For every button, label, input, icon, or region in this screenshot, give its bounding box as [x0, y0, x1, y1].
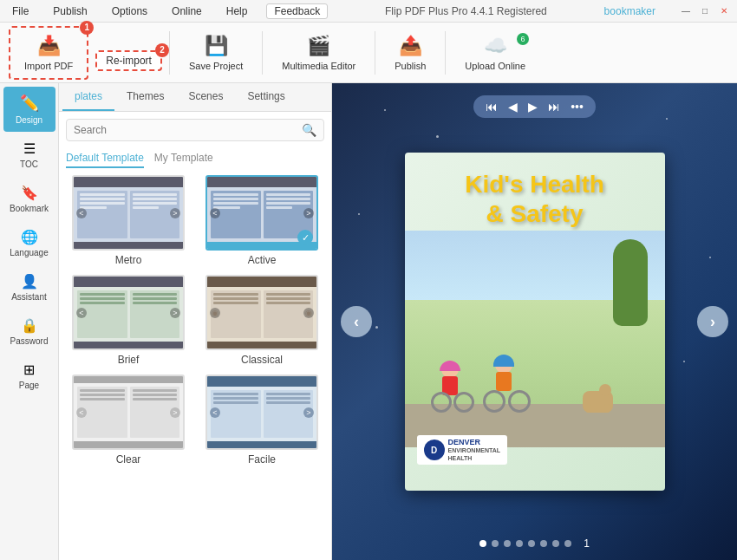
tab-plates[interactable]: plates	[62, 83, 114, 111]
panel-tabs: plates Themes Scenes Settings	[59, 83, 331, 112]
denver-icon: D	[424, 440, 445, 460]
page-icon: ⊞	[23, 361, 35, 378]
tab-settings[interactable]: Settings	[235, 83, 297, 111]
user-name: bookmaker	[604, 5, 655, 17]
import-badge: 1	[80, 21, 94, 35]
page-dot-4[interactable]	[516, 540, 523, 547]
multimedia-label: Multimedia Editor	[282, 61, 355, 71]
template-item-facile[interactable]: < > Facile	[199, 374, 324, 466]
design-icon: ✏️	[20, 94, 39, 113]
prev-page-button[interactable]: ◀	[508, 100, 518, 114]
denver-logo: D DENVER ENVIRONMENTAL HEALTH	[417, 435, 508, 465]
star-decoration	[358, 213, 360, 215]
multimedia-editor-button[interactable]: 🎬 Multimedia Editor	[270, 29, 368, 76]
template-name-facile: Facile	[248, 453, 276, 466]
first-page-button[interactable]: ⏮	[486, 100, 498, 114]
template-tab-default[interactable]: Default Template	[66, 152, 144, 168]
tab-themes[interactable]: Themes	[114, 83, 176, 111]
sidebar-item-bookmark[interactable]: 🔖 Bookmark	[3, 178, 55, 220]
toolbar-separator-4	[445, 31, 446, 75]
search-box: 🔍	[66, 119, 324, 141]
template-tab-my[interactable]: My Template	[154, 152, 213, 168]
star-decoration	[683, 361, 685, 362]
page-dot-6[interactable]	[540, 540, 547, 547]
toc-label: TOC	[20, 160, 38, 169]
publish-label: Publish	[395, 61, 426, 71]
sidebar-item-assistant[interactable]: 👤 Assistant	[3, 266, 55, 309]
template-item-active[interactable]: < > ✓ Active	[199, 175, 324, 266]
template-name-classical: Classical	[241, 354, 283, 366]
page-dot-5[interactable]	[528, 540, 535, 547]
star-decoration	[436, 135, 439, 138]
minimize-button[interactable]: —	[680, 5, 692, 17]
nav-left-button[interactable]: ‹	[341, 306, 372, 337]
page-dot-1[interactable]	[479, 540, 486, 547]
menu-online[interactable]: Online	[166, 3, 207, 19]
page-dot-7[interactable]	[552, 540, 559, 547]
sidebar-item-password[interactable]: 🔒 Password	[3, 310, 55, 353]
import-pdf-wrapper: 1 📥 Import PDF	[9, 26, 88, 80]
book-background	[405, 231, 665, 447]
import-label: Import PDF	[24, 61, 73, 71]
next-page-button[interactable]: ▶	[528, 100, 538, 114]
save-icon: 💾	[205, 35, 228, 57]
menu-bar: File Publish Options Online Help Feedbac…	[0, 0, 737, 23]
page-dot-2[interactable]	[492, 540, 499, 547]
last-page-button[interactable]: ⏭	[548, 100, 560, 114]
close-button[interactable]: ✕	[718, 5, 730, 17]
reimport-button[interactable]: Re-import	[95, 50, 162, 71]
girl-on-bike	[431, 361, 474, 413]
book-title-line2: & Safety	[414, 199, 656, 229]
book-title-line1: Kid's Health	[414, 170, 656, 199]
app-title: Flip PDF Plus Pro 4.4.1 Registered	[385, 5, 547, 17]
sidebar-icons: ✏️ Design ☰ TOC 🔖 Bookmark 🌐 Language 👤 …	[0, 83, 59, 560]
page-number: 1	[584, 537, 590, 550]
tree	[613, 239, 648, 326]
menu-file[interactable]: File	[7, 3, 34, 19]
template-name-metro: Metro	[115, 254, 142, 266]
menu-help[interactable]: Help	[221, 3, 253, 19]
toolbar-separator-2	[262, 31, 263, 75]
template-thumb-clear: < >	[72, 374, 185, 450]
template-thumb-brief: < >	[72, 275, 185, 350]
publish-button[interactable]: 📤 Publish	[382, 29, 438, 76]
upload-online-button[interactable]: 6 ☁️ Upload Online	[453, 29, 538, 76]
boy-on-bike	[483, 356, 531, 413]
template-item-brief[interactable]: < > Brief	[66, 275, 191, 366]
more-options-button[interactable]: •••	[571, 100, 584, 114]
import-pdf-button[interactable]: 📥 Import PDF	[12, 29, 85, 76]
playback-controls: ⏮ ◀ ▶ ⏭ •••	[473, 95, 596, 118]
search-icon: 🔍	[302, 123, 316, 137]
template-item-classical[interactable]: ◉ ◉ Classical	[199, 275, 324, 366]
feedback-button[interactable]: Feedback	[266, 3, 328, 19]
star-decoration	[375, 326, 378, 329]
multimedia-icon: 🎬	[307, 35, 330, 57]
template-name-brief: Brief	[118, 354, 140, 366]
search-input[interactable]	[74, 124, 302, 136]
upload-label: Upload Online	[465, 61, 525, 71]
toolbar: 1 📥 Import PDF 2 Re-import 💾 Save Projec…	[0, 23, 737, 83]
template-thumb-classical: ◉ ◉	[205, 275, 318, 350]
page-dot-8[interactable]	[564, 540, 571, 547]
maximize-button[interactable]: □	[699, 5, 711, 17]
save-project-button[interactable]: 💾 Save Project	[177, 29, 255, 76]
template-item-metro[interactable]: < > Metro	[66, 175, 191, 266]
sidebar-item-toc[interactable]: ☰ TOC	[3, 133, 55, 176]
star-decoration	[384, 109, 386, 111]
template-name-clear: Clear	[116, 453, 141, 466]
bookmark-icon: 🔖	[21, 185, 38, 201]
page-dot-3[interactable]	[504, 540, 511, 547]
template-item-clear[interactable]: < > Clear	[66, 374, 191, 466]
tab-scenes[interactable]: Scenes	[176, 83, 235, 111]
upload-icon: ☁️	[484, 35, 507, 57]
sidebar-item-language[interactable]: 🌐 Language	[3, 222, 55, 264]
menu-publish[interactable]: Publish	[48, 3, 92, 19]
menu-options[interactable]: Options	[107, 3, 153, 19]
dog	[583, 391, 613, 413]
book-cover: Kid's Health & Safety Coloring Book	[405, 153, 665, 491]
nav-right-button[interactable]: ›	[697, 306, 728, 337]
template-thumb-facile: < >	[205, 374, 318, 450]
page-label: Page	[19, 381, 39, 390]
sidebar-item-page[interactable]: ⊞ Page	[3, 355, 55, 397]
sidebar-item-design[interactable]: ✏️ Design	[3, 87, 55, 132]
